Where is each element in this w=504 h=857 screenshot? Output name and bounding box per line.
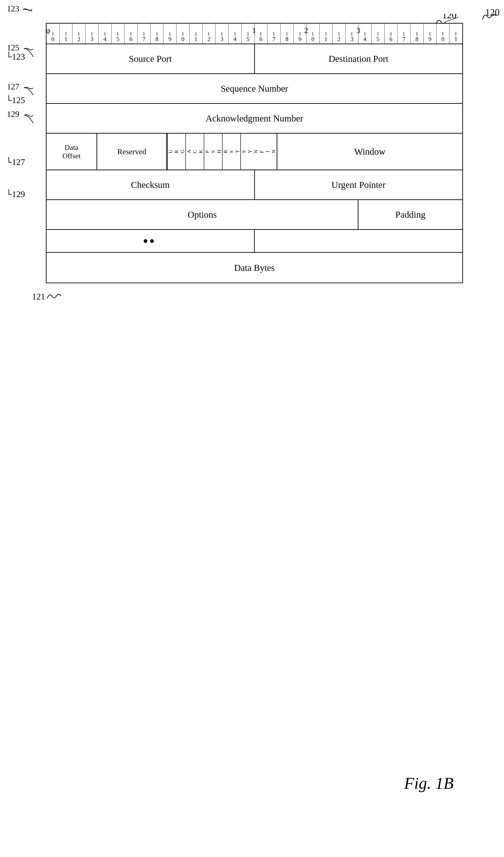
dest-port-cell: Destination Port — [255, 44, 463, 73]
urgent-pointer-cell: Urgent Pointer — [255, 170, 463, 199]
svg-text:120: 120 — [442, 14, 456, 20]
svg-text:123: 123 — [7, 4, 19, 13]
figure-label: Fig. 1B — [404, 774, 454, 793]
seq-num-cell: Sequence Number — [47, 74, 462, 103]
ellipsis-divider — [254, 230, 255, 252]
flag-syn: SYN — [240, 134, 259, 170]
data-bytes-cell: Data Bytes — [47, 253, 462, 283]
bit-group-2-marker: 2 — [304, 26, 308, 35]
svg-text:└129: └129 — [6, 189, 25, 199]
options-cell: Options — [47, 200, 358, 229]
flags-cell: URG ACK PSH RST SYN FIN — [167, 134, 277, 170]
ref-120-svg: 120 — [435, 14, 463, 28]
ack-num-cell: Acknowledgment Number — [47, 104, 462, 133]
group-markers: φ 1 2 3 — [46, 23, 463, 37]
bit-group-1-marker: 1 — [252, 26, 256, 35]
row-ellipsis — [47, 230, 462, 253]
bit-group-markers: 1 2 3 — [46, 0, 463, 1]
padding-cell: Padding — [358, 200, 462, 229]
tcp-diagram: 0 1 2 3 4 5 6 7 8 — [46, 23, 463, 283]
row-ack: Acknowledgment Number — [47, 104, 462, 134]
window-cell: Window — [277, 134, 462, 170]
ellipsis-dots-left — [144, 239, 154, 243]
dot-1 — [144, 239, 147, 243]
flag-rst: RST — [222, 134, 240, 170]
ref-annotations: └123 └125 └127 └129 — [4, 50, 50, 303]
source-port-cell: Source Port — [47, 44, 255, 73]
row-checksum-urgent: Checksum Urgent Pointer — [47, 170, 462, 200]
checksum-cell: Checksum — [47, 170, 255, 199]
ref-annotations-svg: └123 └125 └127 └129 — [4, 50, 50, 302]
flag-fin: FIN — [259, 134, 276, 170]
ellipsis-container — [47, 230, 462, 252]
group-header-area: φ 1 2 3 — [46, 23, 463, 37]
row-options-padding: Options Padding — [47, 200, 462, 230]
svg-text:└123: └123 — [6, 52, 25, 62]
dot-2 — [150, 239, 154, 243]
bit-group-3-marker: 3 — [356, 26, 360, 35]
svg-text:└125: └125 — [6, 95, 25, 105]
row-source-dest: Source Port Destination Port — [47, 44, 462, 74]
bit-group-0: φ — [46, 26, 50, 35]
row-seq: Sequence Number — [47, 74, 462, 104]
flag-urg: URG — [167, 134, 185, 170]
row-data-bytes: Data Bytes — [47, 253, 462, 283]
svg-text:└127: └127 — [6, 157, 25, 167]
reserved-cell: Reserved — [97, 134, 167, 170]
row-flags-window: DataOffset Reserved URG ACK PSH RST SYN … — [47, 134, 462, 170]
ref-120-top: 120 — [435, 14, 463, 30]
flag-ack: ACK — [185, 134, 204, 170]
flag-psh: PSH — [204, 134, 222, 170]
ref-120-wavy — [480, 10, 499, 22]
